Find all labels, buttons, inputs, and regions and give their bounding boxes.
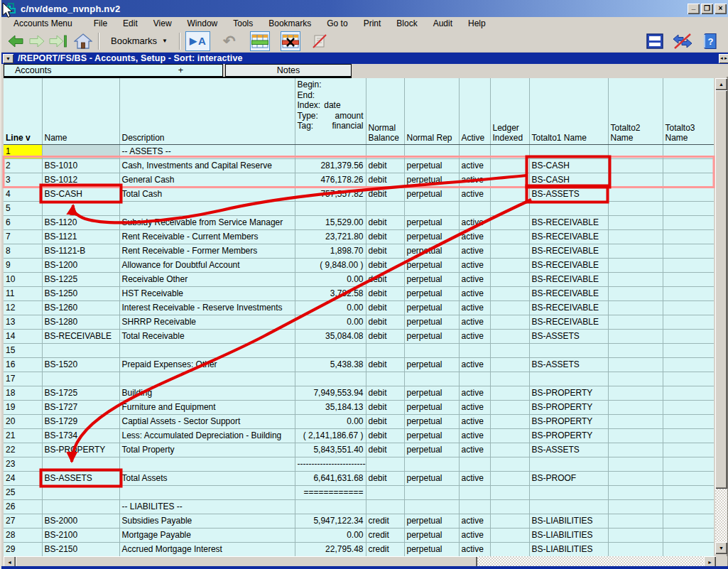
cell-t1[interactable]: BS-ASSETS (529, 329, 608, 343)
cell-ledger[interactable] (490, 514, 529, 528)
cell-active[interactable] (459, 485, 490, 499)
cell-rep[interactable]: perpetual (404, 386, 459, 400)
cell-t3[interactable] (663, 258, 714, 272)
cell-t1[interactable] (529, 144, 608, 158)
menu-item-go-to[interactable]: Go to (319, 18, 355, 29)
cell-amount[interactable]: 5,843,551.40 (295, 443, 366, 457)
column-header-totalto1[interactable]: Totalto1 Name (529, 78, 608, 144)
cell-t3[interactable] (663, 315, 714, 329)
cell-desc[interactable]: Prepaid Expenses: Other (119, 357, 295, 372)
cell-line[interactable]: 21 (4, 428, 42, 443)
cell-t3[interactable] (663, 272, 714, 286)
cell-t3[interactable] (663, 343, 714, 357)
cell-t2[interactable] (608, 215, 663, 229)
cell-name[interactable] (42, 485, 119, 499)
cell-balance[interactable]: debit (366, 414, 404, 428)
cell-ledger[interactable] (490, 329, 529, 343)
cell-ledger[interactable] (490, 144, 529, 158)
cell-balance[interactable]: debit (366, 386, 404, 400)
cell-balance[interactable] (366, 372, 404, 386)
cell-active[interactable]: active (459, 514, 490, 528)
cell-name[interactable]: BS-1280 (42, 315, 119, 329)
cell-line[interactable]: 14 (4, 329, 42, 343)
menu-item-block[interactable]: Block (389, 18, 425, 29)
cell-balance[interactable]: debit (366, 357, 404, 372)
cell-t3[interactable] (663, 372, 714, 386)
cell-t3[interactable] (663, 215, 714, 229)
cell-desc[interactable]: HST Receivable (119, 286, 295, 300)
cell-ledger[interactable] (490, 201, 529, 215)
cell-desc[interactable]: SHRRP Receivable (119, 315, 295, 329)
cell-rep[interactable]: perpetual (404, 542, 459, 556)
cell-desc[interactable]: Rent Receivable - Current Members (119, 229, 295, 244)
insert-row-icon[interactable] (250, 31, 270, 51)
cell-active[interactable] (459, 201, 490, 215)
cell-ledger[interactable] (490, 414, 529, 428)
cell-line[interactable]: 19 (4, 400, 42, 414)
cell-desc[interactable]: Total Cash (119, 187, 295, 201)
cell-ledger[interactable] (490, 286, 529, 300)
cell-line[interactable]: 18 (4, 386, 42, 400)
cell-line[interactable]: 5 (4, 201, 42, 215)
tab-notes[interactable]: Notes (225, 64, 352, 77)
cell-active[interactable]: active (459, 286, 490, 300)
cell-name[interactable]: BS-1734 (42, 428, 119, 443)
cell-t3[interactable] (663, 428, 714, 443)
cell-name[interactable]: BS-1725 (42, 386, 119, 400)
cell-t2[interactable] (608, 187, 663, 201)
cell-line[interactable]: 28 (4, 528, 42, 542)
cell-t1[interactable]: BS-PROPERTY (529, 414, 608, 428)
cell-t2[interactable] (608, 514, 663, 528)
cell-ledger[interactable] (490, 471, 529, 485)
tab-add-button[interactable]: + (178, 65, 183, 75)
cell-name[interactable]: BS-1250 (42, 286, 119, 300)
cell-t3[interactable] (663, 400, 714, 414)
maximize-button[interactable]: ❐ (701, 4, 713, 14)
cell-t3[interactable] (663, 443, 714, 457)
cell-name[interactable]: BS-1260 (42, 300, 119, 315)
cell-amount[interactable]: 15,529.00 (295, 215, 366, 229)
cell-rep[interactable] (404, 201, 459, 215)
cell-t3[interactable] (663, 514, 714, 528)
run-text-icon[interactable]: ▶ A (185, 31, 210, 51)
cell-name[interactable] (42, 457, 119, 471)
cell-desc[interactable]: Total Assets (119, 471, 295, 485)
column-header-active[interactable]: Active (459, 78, 490, 144)
cell-balance[interactable]: debit (366, 400, 404, 414)
cell-name[interactable] (42, 372, 119, 386)
cell-t2[interactable] (608, 258, 663, 272)
cell-desc[interactable] (119, 372, 295, 386)
cell-desc[interactable]: Captial Assets - Sector Support (119, 414, 295, 428)
cell-desc[interactable] (119, 457, 295, 471)
cell-t2[interactable] (608, 201, 663, 215)
cell-t3[interactable] (663, 187, 714, 201)
cell-amount[interactable]: 0.00 (295, 272, 366, 286)
cell-desc[interactable]: Receivable Other (119, 272, 295, 286)
cell-rep[interactable]: perpetual (404, 514, 459, 528)
cell-line[interactable]: 7 (4, 229, 42, 244)
column-header-description[interactable]: Description (119, 78, 295, 144)
cell-line[interactable]: 24 (4, 471, 42, 485)
cell-balance[interactable]: debit (366, 443, 404, 457)
cell-balance[interactable] (366, 457, 404, 471)
cell-line[interactable]: 10 (4, 272, 42, 286)
vertical-scroll-track[interactable] (715, 489, 727, 542)
cell-line[interactable]: 12 (4, 300, 42, 315)
cell-t2[interactable] (608, 229, 663, 244)
cell-rep[interactable] (404, 144, 459, 158)
column-header-totalto3[interactable]: Totalto3 Name (663, 78, 714, 144)
cell-rep[interactable] (404, 343, 459, 357)
cell-balance[interactable] (366, 485, 404, 499)
cell-rep[interactable]: perpetual (404, 173, 459, 187)
cell-active[interactable]: active (459, 528, 490, 542)
cell-active[interactable]: active (459, 258, 490, 272)
cell-active[interactable]: active (459, 300, 490, 315)
cell-t3[interactable] (663, 485, 714, 499)
cell-ledger[interactable] (490, 244, 529, 258)
cell-rep[interactable]: perpetual (404, 187, 459, 201)
cell-ledger[interactable] (490, 386, 529, 400)
cell-t3[interactable] (663, 201, 714, 215)
cell-t3[interactable] (663, 499, 714, 514)
cell-name[interactable]: BS-1120 (42, 215, 119, 229)
cell-desc[interactable] (119, 201, 295, 215)
